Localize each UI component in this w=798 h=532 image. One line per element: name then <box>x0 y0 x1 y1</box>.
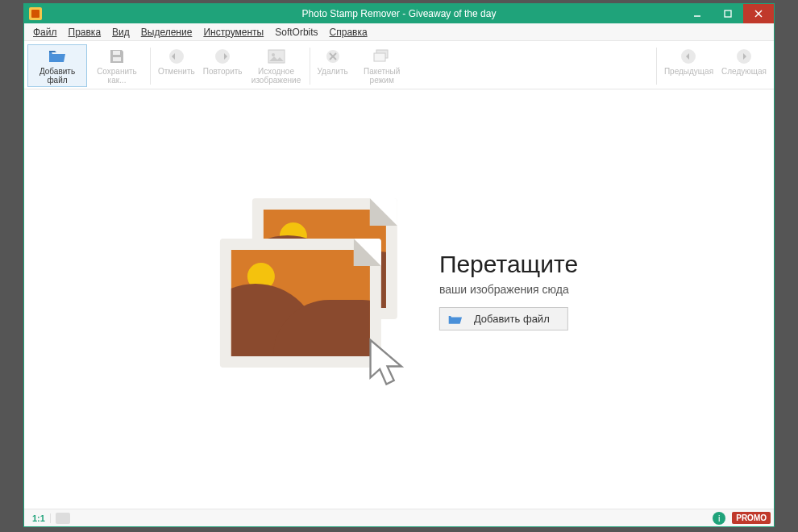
tool-group-file: Добавить файл Сохранить как... <box>27 44 147 87</box>
add-file-main-button[interactable]: Добавить файл <box>439 307 568 330</box>
canvas-area[interactable]: Перетащите ваши изображения сюда Добавит… <box>24 89 774 509</box>
drop-zone: Перетащите ваши изображения сюда Добавит… <box>220 198 578 384</box>
toolbar-separator <box>310 48 310 85</box>
arrow-right-icon <box>734 47 754 66</box>
maximize-icon <box>724 10 732 18</box>
redo-label: Повторить <box>203 68 243 77</box>
tool-group-actions: Удалить Пакетный режим <box>314 44 412 87</box>
minimize-icon <box>693 10 701 18</box>
add-file-main-label: Добавить файл <box>474 313 550 325</box>
delete-label: Удалить <box>318 68 348 77</box>
add-file-button[interactable]: Добавить файл <box>27 44 87 87</box>
batch-label: Пакетный режим <box>356 68 408 85</box>
svg-rect-5 <box>113 57 121 61</box>
undo-button[interactable]: Отменить <box>154 44 199 79</box>
menu-edit[interactable]: Правка <box>63 25 107 39</box>
svg-point-7 <box>215 49 230 64</box>
menu-edit-label: Правка <box>69 27 102 38</box>
batch-icon <box>372 47 392 66</box>
maximize-button[interactable] <box>713 4 743 23</box>
menu-view[interactable]: Вид <box>106 25 135 39</box>
delete-button[interactable]: Удалить <box>314 44 352 79</box>
image-card-front <box>220 239 381 368</box>
menu-help[interactable]: Справка <box>324 25 373 39</box>
close-button[interactable] <box>743 4 774 23</box>
drop-subtext: ваши изображения сюда <box>439 283 578 296</box>
menu-file[interactable]: Файл <box>27 25 63 39</box>
drop-text: Перетащите ваши изображения сюда Добавит… <box>439 251 578 330</box>
tool-group-history: Отменить Повторить Исходное изображение <box>154 44 306 87</box>
image-icon <box>267 47 286 66</box>
original-label: Исходное изображение <box>251 68 302 85</box>
menu-softorbits[interactable]: SoftOrbits <box>269 25 323 39</box>
prev-button[interactable]: Предыдущая <box>660 44 717 79</box>
undo-label: Отменить <box>158 68 195 77</box>
close-icon <box>754 10 763 18</box>
cursor-icon <box>365 335 414 392</box>
drop-heading: Перетащите <box>439 251 578 278</box>
menu-file-label: Файл <box>33 27 57 38</box>
save-as-button[interactable]: Сохранить как... <box>87 44 147 87</box>
menu-help-label: Справка <box>330 27 368 38</box>
add-file-label: Добавить файл <box>31 68 83 85</box>
zoom-indicator[interactable]: 1:1 <box>27 513 51 523</box>
menu-selection-label: Выделение <box>141 27 193 38</box>
tool-group-nav: Предыдущая Следующая <box>660 44 771 79</box>
save-icon <box>107 47 127 66</box>
thumbnail-icon <box>56 513 70 524</box>
menu-view-label: Вид <box>112 27 130 38</box>
app-window: Photo Stamp Remover - Giveaway of the da… <box>23 3 775 527</box>
titlebar[interactable]: Photo Stamp Remover - Giveaway of the da… <box>24 4 774 23</box>
drop-illustration <box>220 198 422 384</box>
minimize-button[interactable] <box>682 4 713 23</box>
arrow-left-icon <box>679 47 698 66</box>
menu-tools[interactable]: Инструменты <box>197 25 269 39</box>
redo-button[interactable]: Повторить <box>199 44 247 79</box>
window-title: Photo Stamp Remover - Giveaway of the da… <box>24 8 774 19</box>
app-icon <box>29 7 42 20</box>
prev-label: Предыдущая <box>664 68 713 77</box>
svg-point-6 <box>169 49 184 64</box>
svg-point-9 <box>272 53 275 56</box>
promo-badge[interactable]: PROMO <box>732 512 771 524</box>
redo-icon <box>213 47 232 66</box>
original-button[interactable]: Исходное изображение <box>247 44 306 87</box>
next-label: Следующая <box>721 68 767 77</box>
svg-rect-4 <box>113 51 120 55</box>
info-button[interactable]: i <box>713 512 725 525</box>
batch-button[interactable]: Пакетный режим <box>352 44 412 87</box>
toolbar-separator <box>656 48 657 85</box>
save-as-label: Сохранить как... <box>91 68 143 85</box>
statusbar: 1:1 i PROMO <box>24 509 774 526</box>
menu-softorbits-label: SoftOrbits <box>275 27 318 38</box>
menubar: Файл Правка Вид Выделение Инструменты So… <box>24 23 774 41</box>
menu-tools-label: Инструменты <box>203 27 264 38</box>
folder-open-icon <box>48 47 67 66</box>
undo-icon <box>167 47 186 66</box>
next-button[interactable]: Следующая <box>717 44 771 79</box>
menu-selection[interactable]: Выделение <box>135 25 198 39</box>
toolbar-separator <box>150 48 151 85</box>
folder-open-icon <box>448 314 463 325</box>
delete-icon <box>323 47 343 66</box>
svg-rect-14 <box>374 53 385 61</box>
toolbar: Добавить файл Сохранить как... Отменить <box>24 41 774 89</box>
window-controls <box>682 4 774 23</box>
svg-rect-1 <box>725 10 731 17</box>
